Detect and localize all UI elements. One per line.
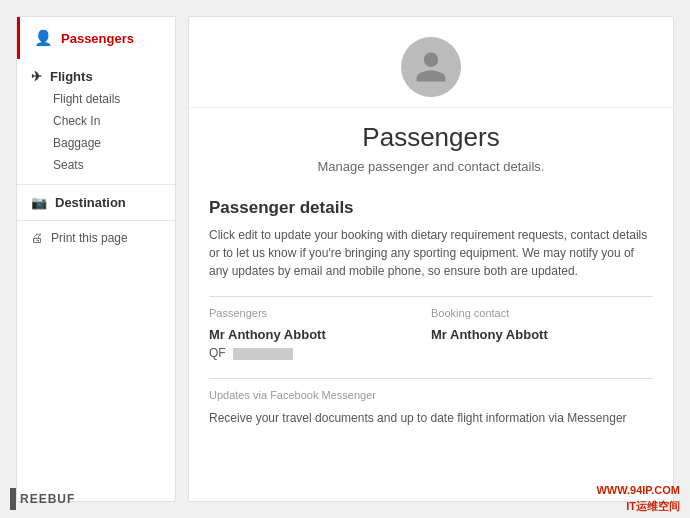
page-header: Passengers Manage passenger and contact … (189, 108, 673, 182)
avatar-section (189, 17, 673, 108)
passengers-column-header: Passengers (209, 307, 431, 319)
main-content: Passengers Manage passenger and contact … (188, 16, 674, 502)
sidebar-item-flights[interactable]: ✈ Flights (17, 59, 175, 88)
destination-icon: 📷 (31, 195, 47, 210)
booking-contact-name: Mr Anthony Abbott (431, 327, 653, 342)
sidebar-flights-submenu: Flight details Check In Baggage Seats (17, 88, 175, 184)
booking-contact-column: Booking contact Mr Anthony Abbott (431, 307, 653, 364)
sidebar-item-check-in[interactable]: Check In (53, 110, 175, 132)
booking-contact-header: Booking contact (431, 307, 653, 319)
section-description: Click edit to update your booking with d… (209, 226, 653, 280)
page-subtitle: Manage passenger and contact details. (209, 159, 653, 174)
sidebar-item-seats[interactable]: Seats (53, 154, 175, 176)
user-avatar-icon (413, 49, 449, 85)
messenger-description: Receive your travel documents and up to … (209, 409, 653, 427)
sidebar-item-baggage[interactable]: Baggage (53, 132, 175, 154)
sidebar-item-passengers[interactable]: 👤 Passengers (17, 17, 175, 59)
messenger-label: Updates via Facebook Messenger (209, 389, 653, 401)
passengers-column: Passengers Mr Anthony Abbott QF (209, 307, 431, 364)
passenger-icon: 👤 (34, 29, 53, 47)
sidebar-print-page[interactable]: 🖨 Print this page (17, 220, 175, 255)
flights-icon: ✈ (31, 69, 42, 84)
details-columns: Passengers Mr Anthony Abbott QF Booking … (209, 296, 653, 364)
sidebar-item-flight-details[interactable]: Flight details (53, 88, 175, 110)
avatar (401, 37, 461, 97)
passenger-name: Mr Anthony Abbott (209, 327, 431, 342)
messenger-section: Updates via Facebook Messenger Receive y… (209, 378, 653, 427)
sidebar-flights-label: Flights (50, 69, 93, 84)
redacted-code (233, 348, 293, 360)
sidebar: 👤 Passengers ✈ Flights Flight details Ch… (16, 16, 176, 502)
section-title: Passenger details (209, 198, 653, 218)
passenger-details-section: Passenger details Click edit to update y… (189, 182, 673, 443)
sidebar-item-destination[interactable]: 📷 Destination (17, 184, 175, 220)
page-title: Passengers (209, 122, 653, 153)
passenger-code: QF (209, 346, 431, 360)
print-icon: 🖨 (31, 231, 43, 245)
sidebar-passengers-label: Passengers (61, 31, 134, 46)
